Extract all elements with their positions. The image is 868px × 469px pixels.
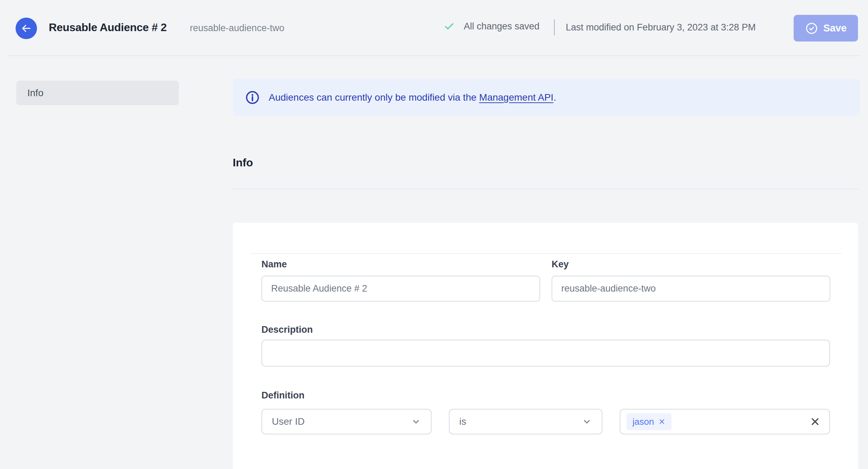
chevron-down-icon	[411, 416, 421, 427]
save-status-text: All changes saved	[464, 21, 539, 32]
chevron-down-icon	[582, 416, 592, 427]
sidebar: Info	[16, 81, 179, 105]
info-card: Name Key Description Definition User ID …	[233, 223, 858, 469]
definition-label: Definition	[261, 390, 304, 401]
save-button[interactable]: Save	[794, 15, 858, 42]
description-label: Description	[261, 324, 313, 335]
arrow-left-icon	[20, 22, 32, 34]
value-chip-label: jason	[632, 416, 654, 427]
description-input[interactable]	[261, 340, 830, 367]
x-icon[interactable]	[658, 418, 666, 425]
save-status: All changes saved	[444, 21, 539, 32]
page-subtitle: reusable-audience-two	[190, 23, 284, 34]
operator-select-value: is	[459, 416, 466, 427]
sidebar-item-label: Info	[27, 88, 44, 99]
operator-select[interactable]: is	[449, 409, 602, 434]
attribute-select[interactable]: User ID	[261, 409, 432, 434]
check-icon	[444, 21, 455, 32]
attribute-select-value: User ID	[272, 416, 305, 427]
audience-edit-page: Reusable Audience # 2 reusable-audience-…	[0, 0, 868, 469]
last-modified-text: Last modified on February 3, 2023 at 3:2…	[566, 22, 756, 33]
clear-values-button[interactable]	[810, 416, 820, 427]
page-title: Reusable Audience # 2	[49, 21, 167, 34]
name-label: Name	[261, 259, 287, 270]
banner-text-before: Audiences can currently only be modified…	[269, 92, 479, 103]
name-input[interactable]	[261, 276, 540, 302]
circle-check-icon	[805, 22, 818, 35]
save-button-label: Save	[823, 22, 847, 34]
section-divider	[233, 189, 859, 190]
section-heading: Info	[233, 156, 253, 169]
value-chip: jason	[627, 413, 672, 430]
key-label: Key	[552, 259, 569, 270]
header-bottom-border	[8, 55, 860, 56]
banner-text-after: .	[553, 92, 556, 103]
x-icon	[810, 416, 820, 427]
sidebar-item-info[interactable]: Info	[16, 81, 179, 105]
management-api-link[interactable]: Management API	[479, 92, 554, 103]
key-input[interactable]	[552, 276, 830, 302]
header-divider	[554, 19, 555, 35]
back-button[interactable]	[16, 18, 37, 39]
info-circle-icon	[245, 90, 260, 105]
values-tag-input[interactable]: jason	[620, 409, 830, 434]
info-banner: Audiences can currently only be modified…	[233, 79, 860, 116]
card-top-divider	[250, 253, 841, 254]
banner-text: Audiences can currently only be modified…	[269, 92, 556, 103]
header: Reusable Audience # 2 reusable-audience-…	[0, 0, 868, 56]
